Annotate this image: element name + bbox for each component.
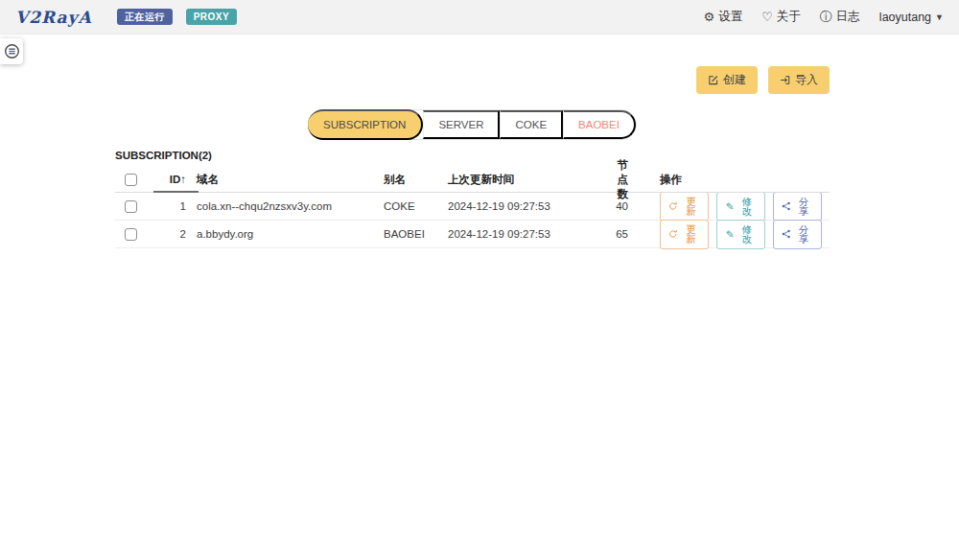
- nav-about[interactable]: ♡ 关于: [761, 9, 801, 25]
- top-bar: V2RayA 正在运行 PROXY ⚙ 设置 ♡ 关于 ⓘ 日志 laoyuta…: [0, 0, 959, 35]
- nav-logs[interactable]: ⓘ 日志: [820, 9, 860, 25]
- gear-icon: ⚙: [704, 11, 715, 23]
- header-updated[interactable]: 上次更新时间: [448, 173, 607, 187]
- modify-button[interactable]: ✎ 修改: [716, 192, 764, 222]
- edit-icon: ✎: [725, 201, 734, 212]
- nav-settings[interactable]: ⚙ 设置: [704, 9, 743, 25]
- refresh-icon: [668, 201, 677, 211]
- tab-coke[interactable]: COKE: [500, 110, 563, 139]
- update-button[interactable]: 更新: [660, 220, 709, 249]
- cell-alias: COKE: [384, 200, 448, 212]
- table-header-row: ID↑ 域名 别名 上次更新时间 节点数 操作: [115, 167, 830, 193]
- cell-domain: cola.xn--chqu2nzsxv3y.com: [186, 200, 384, 212]
- main-content: 创建 导入 SUBSCRIPTION SERVER COKE BAOBEI SU…: [115, 66, 830, 248]
- row-checkbox[interactable]: [125, 200, 137, 213]
- tab-baobei[interactable]: BAOBEI: [563, 110, 636, 139]
- chevron-down-icon: ▼: [935, 12, 944, 22]
- cell-nodes: 65: [607, 228, 628, 240]
- import-icon: [780, 75, 790, 85]
- user-menu[interactable]: laoyutang ▼: [879, 11, 944, 24]
- top-nav: ⚙ 设置 ♡ 关于 ⓘ 日志 laoyutang ▼: [704, 9, 944, 25]
- tab-group: SUBSCRIPTION SERVER COKE BAOBEI: [308, 109, 637, 140]
- header-check-cell: [115, 174, 157, 186]
- cell-nodes: 40: [607, 200, 628, 212]
- header-alias[interactable]: 别名: [384, 173, 448, 187]
- cell-domain: a.bbydy.org: [186, 228, 384, 240]
- create-button[interactable]: 创建: [696, 66, 758, 94]
- drawer-toggle-button[interactable]: [0, 38, 23, 64]
- tab-server[interactable]: SERVER: [423, 110, 500, 139]
- tab-subscription[interactable]: SUBSCRIPTION: [308, 109, 423, 140]
- nav-about-label: 关于: [777, 9, 801, 25]
- compose-icon: [708, 75, 718, 85]
- create-button-label: 创建: [723, 72, 746, 88]
- table-title: SUBSCRIPTION(2): [115, 150, 830, 161]
- table-row: 2 a.bbydy.org BAOBEI 2024-12-19 09:27:53…: [115, 221, 830, 248]
- cell-updated: 2024-12-19 09:27:53: [448, 228, 607, 240]
- modify-button[interactable]: ✎ 修改: [716, 220, 764, 249]
- menu-list-icon: [4, 43, 20, 59]
- edit-icon: ✎: [725, 229, 734, 240]
- status-badge-running: 正在运行: [117, 9, 173, 25]
- status-badge-proxy: PROXY: [186, 9, 238, 25]
- update-button[interactable]: 更新: [660, 192, 709, 222]
- share-icon: [782, 201, 790, 211]
- header-id[interactable]: ID↑: [157, 174, 186, 185]
- share-button[interactable]: 分享: [773, 192, 822, 222]
- header-actions: 操作: [628, 173, 830, 187]
- username: laoyutang: [879, 11, 931, 24]
- header-domain[interactable]: 域名: [186, 173, 384, 187]
- toolbar: 创建 导入: [115, 66, 830, 94]
- app-logo: V2RayA: [15, 8, 92, 27]
- cell-id: 2: [157, 228, 186, 240]
- share-button[interactable]: 分享: [773, 220, 822, 249]
- import-button[interactable]: 导入: [768, 66, 830, 94]
- import-button-label: 导入: [795, 72, 818, 88]
- refresh-icon: [668, 229, 677, 239]
- nav-settings-label: 设置: [718, 9, 742, 25]
- sort-indicator: [153, 191, 199, 193]
- table-row: 1 cola.xn--chqu2nzsxv3y.com COKE 2024-12…: [115, 193, 830, 221]
- select-all-checkbox[interactable]: [125, 174, 137, 186]
- cell-alias: BAOBEI: [384, 228, 448, 240]
- info-icon: ⓘ: [820, 11, 832, 23]
- heart-icon: ♡: [761, 11, 773, 23]
- tabs-row: SUBSCRIPTION SERVER COKE BAOBEI: [115, 109, 830, 140]
- share-icon: [782, 229, 790, 239]
- nav-logs-label: 日志: [836, 9, 860, 25]
- cell-id: 1: [157, 200, 186, 212]
- cell-updated: 2024-12-19 09:27:53: [448, 200, 607, 212]
- row-checkbox[interactable]: [125, 228, 137, 241]
- header-nodes[interactable]: 节点数: [607, 158, 628, 201]
